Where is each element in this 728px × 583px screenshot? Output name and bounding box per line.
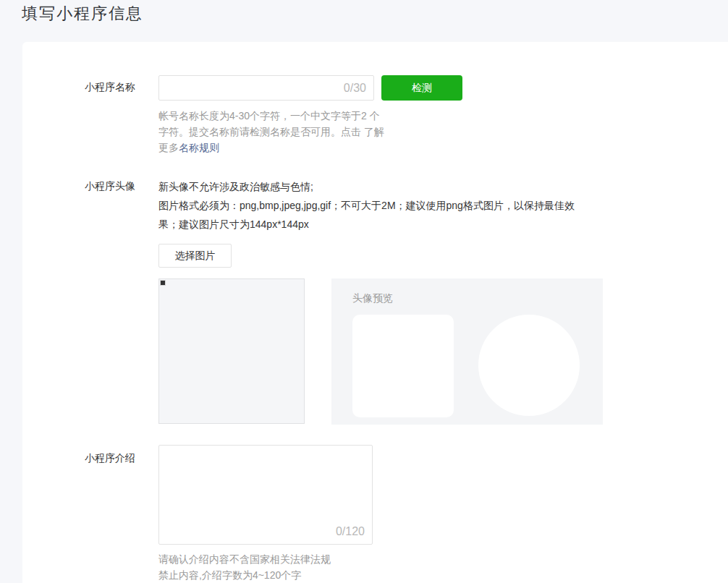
avatar-rule-line: 新头像不允许涉及政治敏感与色情; xyxy=(158,177,601,196)
avatar-row: 小程序头像 新头像不允许涉及政治敏感与色情; 图片格式必须为：png,bmp,j… xyxy=(85,177,728,425)
avatar-rule-line: 果；建议图片尺寸为144px*144px xyxy=(158,215,601,234)
avatar-preview-title: 头像预览 xyxy=(352,292,603,305)
crop-resize-handle[interactable] xyxy=(160,280,166,286)
check-name-button[interactable]: 检测 xyxy=(381,75,462,101)
name-rules-link[interactable]: 名称规则 xyxy=(179,142,219,153)
avatar-preview-panel: 头像预览 xyxy=(331,278,603,425)
avatar-area: 头像预览 xyxy=(158,278,603,425)
avatar-preview-square xyxy=(352,315,454,417)
choose-image-button[interactable]: 选择图片 xyxy=(158,244,232,268)
form-card: 小程序名称 0/30 检测 帐号名称长度为4-30个字符，一个中文字等于2 个字… xyxy=(22,42,728,583)
avatar-preview-shapes xyxy=(352,315,603,417)
image-crop-area[interactable] xyxy=(158,278,305,424)
intro-row: 小程序介绍 0/120 请确认介绍内容不含国家相关法律法规 禁止内容,介绍字数为… xyxy=(85,445,728,583)
intro-content: 0/120 请确认介绍内容不含国家相关法律法规 禁止内容,介绍字数为4~120个… xyxy=(158,445,373,583)
page-title: 填写小程序信息 xyxy=(22,3,143,25)
intro-help-line: 禁止内容,介绍字数为4~120个字 xyxy=(158,567,373,583)
name-input-wrap: 0/30 xyxy=(158,75,374,101)
name-label: 小程序名称 xyxy=(85,75,158,156)
avatar-preview-circle xyxy=(478,315,580,416)
name-row: 小程序名称 0/30 检测 帐号名称长度为4-30个字符，一个中文字等于2 个字… xyxy=(85,75,728,156)
intro-label: 小程序介绍 xyxy=(85,445,158,583)
intro-help-text: 请确认介绍内容不含国家相关法律法规 禁止内容,介绍字数为4~120个字 xyxy=(158,551,373,583)
avatar-rules-text: 新头像不允许涉及政治敏感与色情; 图片格式必须为：png,bmp,jpeg,jp… xyxy=(158,177,601,234)
name-help-text: 帐号名称长度为4-30个字符，一个中文字等于2 个字符。提交名称前请检测名称是否… xyxy=(158,108,384,156)
name-content: 0/30 检测 帐号名称长度为4-30个字符，一个中文字等于2 个字符。提交名称… xyxy=(158,75,462,156)
intro-help-line: 请确认介绍内容不含国家相关法律法规 xyxy=(158,551,373,567)
avatar-label: 小程序头像 xyxy=(85,177,158,425)
avatar-rule-line: 图片格式必须为：png,bmp,jpeg,jpg,gif；不可大于2M；建议使用… xyxy=(158,196,601,215)
name-input[interactable] xyxy=(159,76,373,100)
intro-textarea-wrap: 0/120 xyxy=(158,445,373,545)
intro-textarea[interactable] xyxy=(159,446,372,544)
name-help-line: 帐号名称长度为4-30个字符，一个中文字等于2 xyxy=(158,110,367,122)
avatar-content: 新头像不允许涉及政治敏感与色情; 图片格式必须为：png,bmp,jpeg,jp… xyxy=(158,177,603,425)
